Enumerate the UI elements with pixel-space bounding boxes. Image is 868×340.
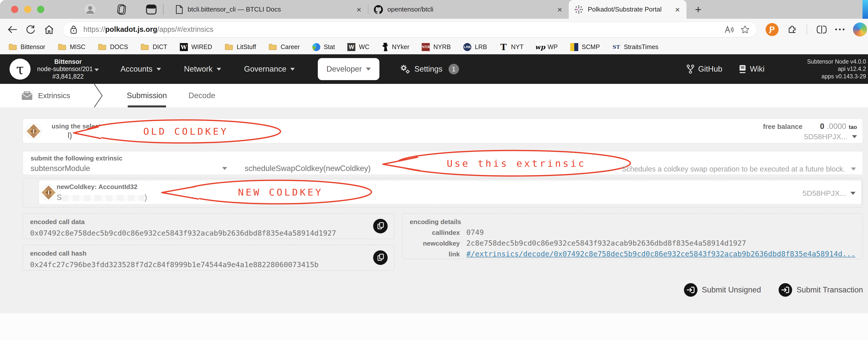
lock-icon	[70, 25, 78, 34]
newcoldkey-param-row[interactable]: newColdkey: AccountId32 S) NEW COLDKEY 5…	[38, 180, 862, 205]
bookmark-docs[interactable]: DOCS	[98, 43, 128, 51]
method-dropdown[interactable]: scheduleSwapColdkey(newColdkey)	[245, 164, 371, 173]
page-title: Extrinsics	[38, 91, 70, 100]
account-select-row[interactable]: using the selected account l) OLD COLDKE…	[23, 118, 863, 144]
close-tab-icon[interactable]: ×	[355, 5, 362, 14]
newcoldkey-identicon[interactable]	[40, 185, 57, 200]
divider	[163, 4, 163, 15]
extrinsic-select-row: submit the following extrinsic subtensor…	[23, 151, 863, 175]
polkadot-extension-icon[interactable]: P	[766, 23, 779, 36]
favorite-star-icon[interactable]	[740, 25, 750, 34]
home-icon[interactable]	[44, 25, 54, 34]
bookmark-lrb[interactable]: LRBLRB	[463, 43, 487, 51]
tab-opentensor-btcli[interactable]: opentensor/btcli ×	[368, 0, 569, 19]
divider	[807, 25, 807, 35]
menu-governance[interactable]: Governance	[244, 65, 295, 73]
polkadot-icon	[574, 5, 583, 14]
profile-avatar-icon[interactable]	[84, 4, 96, 15]
folder-icon	[98, 44, 106, 50]
annotation-new-coldkey: NEW COLDKEY	[159, 179, 377, 205]
node-info[interactable]: Bittensor node-subtensor/201 #3,841,822	[37, 58, 99, 81]
bookmark-nyker[interactable]: NYker	[382, 43, 409, 51]
extensions-puzzle-icon[interactable]	[787, 25, 797, 35]
bookmark-straitstimes[interactable]: STStraitsTimes	[612, 43, 658, 51]
encoded-call-data-value: 0x07492c8e758dec5b9cd0c86e932ce5843f932a…	[30, 229, 387, 237]
detail-row-callindex: callindex 0749	[410, 228, 856, 237]
tab-title: btcli.bittensor_cli — BTCLI Docs	[188, 5, 281, 13]
copy-icon[interactable]	[373, 219, 388, 233]
extrinsics-page: using the selected account l) OLD COLDKE…	[0, 107, 868, 340]
balance-unit: tao	[849, 124, 857, 130]
account-identicon[interactable]	[26, 123, 41, 139]
copilot-edge-strip[interactable]	[863, 0, 868, 19]
tab-polkadot-portal[interactable]: Polkadot/Substrate Portal ×	[569, 0, 686, 19]
bookmark-career[interactable]: Career	[269, 43, 300, 51]
svg-text:NEW COLDKEY: NEW COLDKEY	[238, 187, 323, 198]
folder-icon	[269, 44, 277, 50]
menu-settings[interactable]: Settings 1	[399, 64, 459, 74]
back-icon[interactable]	[7, 25, 18, 34]
bookmark-wc[interactable]: WWC	[347, 43, 369, 51]
bookmark-scmp[interactable]: SCMP	[570, 43, 600, 51]
split-screen-icon[interactable]	[817, 25, 827, 34]
menu-network[interactable]: Network	[184, 65, 221, 73]
close-tab-icon[interactable]: ×	[556, 5, 563, 14]
bookmark-bittensor[interactable]: Bittensor	[8, 43, 45, 51]
github-icon	[374, 5, 383, 14]
bookmark-misc[interactable]: MISC	[58, 43, 86, 51]
account-dropdown[interactable]: 5D58HPJX...	[804, 132, 857, 141]
tab-btcli-docs[interactable]: btcli.bittensor_cli — BTCLI Docs ×	[170, 0, 368, 19]
tab-submission[interactable]: Submission	[127, 84, 167, 107]
bookmark-nyt[interactable]: TNYT	[500, 43, 524, 51]
chevron-down-icon	[94, 69, 99, 71]
copilot-icon[interactable]	[853, 23, 867, 36]
scmp-icon	[570, 43, 578, 51]
encoding-details-title: encoding details	[410, 218, 856, 226]
decode-link[interactable]: #/extrinsics/decode/0x07492c8e758dec5b9c…	[466, 250, 856, 258]
bittensor-logo[interactable]: τ	[9, 59, 31, 80]
wired-icon: W	[180, 43, 188, 51]
reload-icon[interactable]	[26, 25, 36, 34]
zoom-window-button[interactable]	[37, 6, 44, 13]
bookmark-litstuff[interactable]: LitStuff	[225, 43, 256, 51]
encoded-call-hash-label: encoded call hash	[30, 250, 387, 257]
more-menu-icon[interactable]	[835, 29, 844, 30]
straitstimes-icon: ST	[612, 43, 620, 51]
svg-text:Use this extrinsic: Use this extrinsic	[447, 158, 586, 169]
module-dropdown[interactable]: subtensorModule	[31, 164, 90, 173]
url-text[interactable]: https://polkadot.js.org/apps/#/extrinsic…	[83, 25, 718, 34]
new-tab-button[interactable]: +	[695, 3, 702, 16]
sign-in-icon	[684, 283, 698, 297]
bookmark-wp[interactable]: wpWP	[536, 43, 558, 51]
wiki-link[interactable]: Wiki	[739, 65, 765, 73]
minimize-window-button[interactable]	[24, 6, 31, 13]
bookmark-nyrb[interactable]: NYRNYRB	[422, 43, 451, 51]
bookmark-wired[interactable]: WWIRED	[180, 43, 212, 51]
free-balance: free balance0.0000tao	[763, 122, 857, 131]
fork-icon	[686, 64, 695, 74]
tab-overview-icon[interactable]	[116, 4, 126, 15]
github-link[interactable]: GitHub	[686, 64, 722, 74]
param-account-dropdown[interactable]: 5D58HPJX...	[803, 189, 856, 197]
bookmark-stat[interactable]: Stat	[312, 43, 335, 51]
copy-icon[interactable]	[373, 250, 388, 265]
extrinsic-label: submit the following extrinsic	[31, 154, 122, 162]
window-controls	[11, 6, 44, 13]
submit-unsigned-button[interactable]: Submit Unsigned	[684, 283, 761, 297]
menu-developer[interactable]: Developer	[318, 58, 379, 80]
address-bar[interactable]: https://polkadot.js.org/apps/#/extrinsic…	[63, 22, 757, 37]
reader-mode-icon[interactable]	[724, 25, 734, 34]
close-tab-icon[interactable]: ×	[674, 5, 681, 14]
close-window-button[interactable]	[11, 6, 18, 13]
tab-decode[interactable]: Decode	[189, 84, 215, 107]
menu-accounts[interactable]: Accounts	[120, 65, 161, 73]
chevron-down-icon[interactable]	[851, 167, 856, 171]
chevron-down-icon[interactable]	[222, 167, 227, 170]
sidebar-toggle-icon[interactable]	[146, 4, 157, 14]
encoded-call-hash-value: 0x24fc27c796be3fdd323528f7d2c84f8999b1e7…	[30, 260, 387, 269]
param-address-short: 5D58HPJX...	[803, 189, 846, 197]
account-label: using the selected account	[52, 122, 135, 130]
chevron-down-icon	[290, 68, 295, 71]
submit-transaction-button[interactable]: Submit Transaction	[779, 283, 863, 297]
bookmark-dict[interactable]: DICT	[141, 43, 167, 51]
